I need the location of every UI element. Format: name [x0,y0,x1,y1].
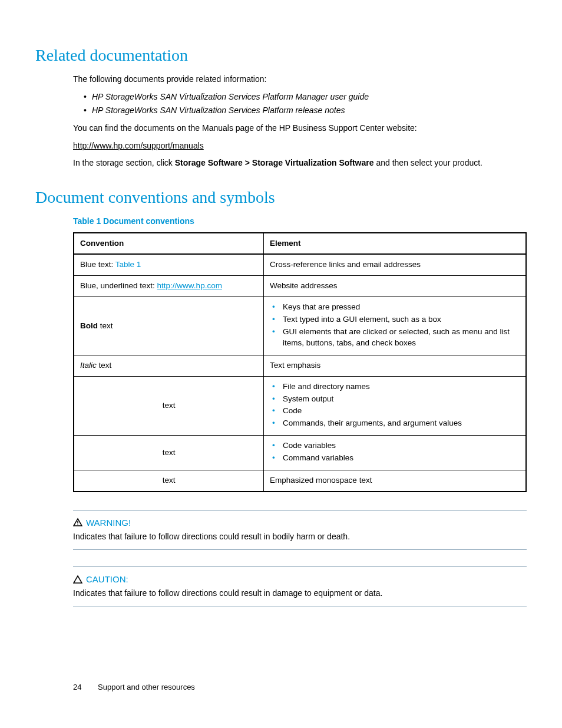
table-row: text Emphasized monospace text [74,470,526,492]
text: In the storage section, click [73,158,175,167]
cell-convention: Blue text: Table 1 [74,254,264,275]
text: Blue text: [80,260,115,269]
hp-link[interactable]: http://www.hp.com [157,281,222,290]
section2-body: Table 1 Document conventions Convention … [73,216,527,607]
page-number: 24 [73,682,81,693]
cell-convention: Blue, underlined text: http://www.hp.com [74,276,264,297]
warning-triangle-icon [73,518,82,527]
cell-element: File and directory names System output C… [264,376,526,436]
caution-label: CAUTION: [86,573,128,585]
text: Blue, underlined text: [80,281,157,290]
cell-convention: text [74,376,264,436]
caution-header: CAUTION: [73,573,527,585]
cell-convention: text [74,470,264,492]
nav-path-bold: Storage Software > Storage Virtualizatio… [175,158,374,167]
list-item: HP StorageWorks SAN Virtualization Servi… [84,105,527,117]
section-heading-related-docs: Related documentation [35,44,527,67]
manuals-link[interactable]: http://www.hp.com/support/manuals [73,141,204,150]
section1-body: The following documents provide related … [73,74,527,169]
section-heading-conventions: Document conventions and symbols [35,186,527,209]
svg-marker-3 [74,576,82,583]
table-row: Italic text Text emphasis [74,355,526,376]
caution-triangle-icon [73,575,82,584]
text: text [97,361,112,370]
cell-element: Text emphasis [264,355,526,376]
caution-admonition: CAUTION: Indicates that failure to follo… [73,566,527,607]
list-item: Command variables [272,453,520,464]
list-item: HP StorageWorks SAN Virtualization Servi… [84,91,527,103]
warning-text: Indicates that failure to follow directi… [73,531,527,543]
table-header-row: Convention Element [74,233,526,255]
table1-link[interactable]: Table 1 [115,260,141,269]
list-item: System output [272,394,520,405]
list-item: GUI elements that are clicked or selecte… [272,327,520,349]
find-text: You can find the documents on the Manual… [73,123,527,134]
table-row: text File and directory names System out… [74,376,526,436]
warning-label: WARNING! [86,516,131,529]
bold-text: Bold [80,321,98,330]
cell-element: Cross-reference links and email addresse… [264,254,526,275]
related-docs-list: HP StorageWorks SAN Virtualization Servi… [84,91,527,117]
intro-text: The following documents provide related … [73,74,527,85]
element-list: Code variables Command variables [270,440,520,464]
manuals-url-para: http://www.hp.com/support/manuals [73,140,527,152]
table-row: Bold text Keys that are pressed Text typ… [74,297,526,355]
col-header-convention: Convention [74,233,264,255]
list-item: Text typed into a GUI element, such as a… [272,314,520,325]
list-item: Keys that are pressed [272,302,520,313]
cell-element: Website addresses [264,276,526,297]
table-caption: Table 1 Document conventions [73,216,527,228]
element-list: Keys that are pressed Text typed into a … [270,302,520,349]
element-list: File and directory names System output C… [270,381,520,430]
cell-element: Keys that are pressed Text typed into a … [264,297,526,355]
cell-convention: text [74,436,264,470]
list-item: File and directory names [272,381,520,393]
cell-convention: Italic text [74,355,264,376]
list-item: Code variables [272,440,520,452]
list-item: Code [272,406,520,417]
table-row: text Code variables Command variables [74,436,526,470]
caution-text: Indicates that failure to follow directi… [73,588,527,599]
cell-element: Code variables Command variables [264,436,526,470]
table-row: Blue, underlined text: http://www.hp.com… [74,276,526,297]
warning-header: WARNING! [73,516,527,529]
italic-text: Italic [80,361,97,370]
table-row: Blue text: Table 1 Cross-reference links… [74,254,526,275]
cell-element: Emphasized monospace text [264,470,526,492]
list-item: Commands, their arguments, and argument … [272,418,520,429]
storage-instruction: In the storage section, click Storage So… [73,157,527,169]
footer-section-name: Support and other resources [98,683,195,691]
col-header-element: Element [264,233,526,255]
warning-admonition: WARNING! Indicates that failure to follo… [73,510,527,551]
text: and then select your product. [374,158,482,167]
conventions-table: Convention Element Blue text: Table 1 Cr… [73,232,527,492]
cell-convention: Bold text [74,297,264,355]
text: text [98,321,113,330]
page-footer: 24 Support and other resources [73,682,195,693]
